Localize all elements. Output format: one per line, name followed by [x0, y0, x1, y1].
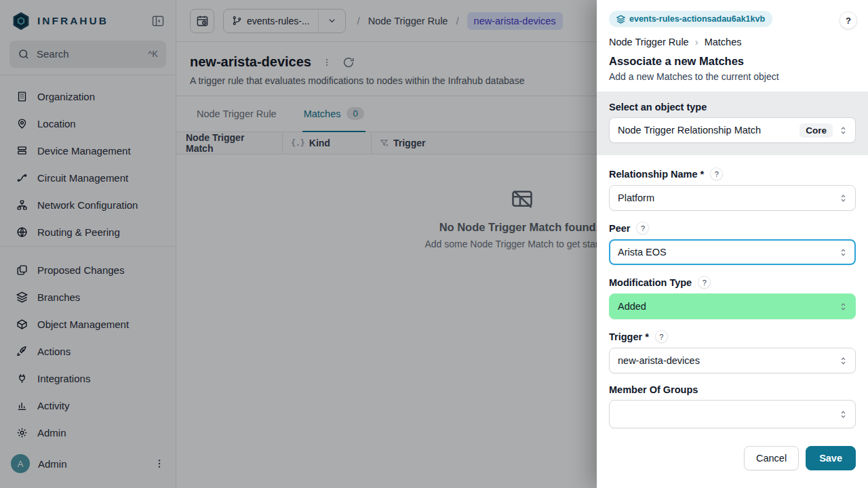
drawer-subtitle: Add a new Matches to the current object [609, 71, 857, 82]
peer-select[interactable]: Arista EOS [609, 239, 856, 265]
drawer-form: Relationship Name * ? Platform Peer ? Ar… [597, 155, 868, 488]
select-value: new-arista-devices [618, 355, 700, 366]
layers-icon [616, 15, 625, 24]
object-type-section: Select an object type Node Trigger Relat… [597, 92, 868, 155]
branch-badge-label: events-rules-actionsadau6ak1kvb [629, 14, 765, 24]
drawer-breadcrumb: Node Trigger Rule › Matches [609, 36, 857, 47]
select-value: Added [618, 301, 646, 312]
help-icon[interactable]: ? [636, 222, 649, 235]
save-button[interactable]: Save [806, 446, 856, 470]
drawer-title: Associate a new Matches [609, 55, 857, 68]
field-modification-type: Modification Type ? Added [609, 276, 856, 319]
field-label: Member Of Groups [609, 384, 698, 395]
object-type-value: Node Trigger Relationship Match [618, 125, 761, 136]
object-type-label: Select an object type [609, 102, 707, 113]
select-value: Platform [618, 192, 654, 203]
branch-badge[interactable]: events-rules-actionsadau6ak1kvb [609, 11, 772, 27]
help-icon[interactable]: ? [655, 330, 668, 343]
trigger-select[interactable]: new-arista-devices [609, 348, 856, 373]
chevron-up-down-icon [838, 247, 848, 258]
field-label: Modification Type [609, 277, 692, 288]
field-relationship-name: Relationship Name * ? Platform [609, 167, 856, 211]
drawer-header: events-rules-actionsadau6ak1kvb ? Node T… [597, 0, 868, 92]
drawer-breadcrumb-current: Matches [705, 37, 742, 47]
field-peer: Peer ? Arista EOS [609, 222, 856, 265]
modification-type-select[interactable]: Added [609, 293, 856, 319]
chevron-up-down-icon [838, 193, 848, 203]
drawer-breadcrumb-parent[interactable]: Node Trigger Rule [609, 37, 689, 47]
chevron-up-down-icon [838, 356, 848, 366]
field-label: Trigger * [609, 331, 649, 342]
associate-matches-drawer: events-rules-actionsadau6ak1kvb ? Node T… [597, 0, 868, 488]
relationship-name-select[interactable]: Platform [609, 185, 856, 211]
chevron-up-down-icon [838, 409, 848, 420]
member-of-groups-select[interactable] [609, 400, 856, 428]
field-label: Peer [609, 223, 630, 234]
help-icon[interactable]: ? [698, 276, 711, 289]
core-badge: Core [800, 123, 833, 138]
drawer-breadcrumb-separator: › [695, 36, 698, 47]
cancel-button[interactable]: Cancel [744, 446, 799, 470]
object-type-select[interactable]: Node Trigger Relationship Match Core [609, 117, 856, 143]
select-value: Arista EOS [618, 247, 667, 258]
app-root: INFRAHUB Search ^K Organization Location [0, 0, 868, 488]
field-member-of-groups: Member Of Groups [609, 384, 856, 428]
chevron-up-down-icon [838, 302, 848, 312]
help-button[interactable]: ? [840, 12, 857, 29]
chevron-up-down-icon [838, 125, 848, 136]
field-trigger: Trigger * ? new-arista-devices [609, 330, 856, 373]
drawer-footer: Cancel Save [609, 446, 856, 476]
help-icon[interactable]: ? [710, 167, 723, 180]
field-label: Relationship Name * [609, 169, 704, 180]
